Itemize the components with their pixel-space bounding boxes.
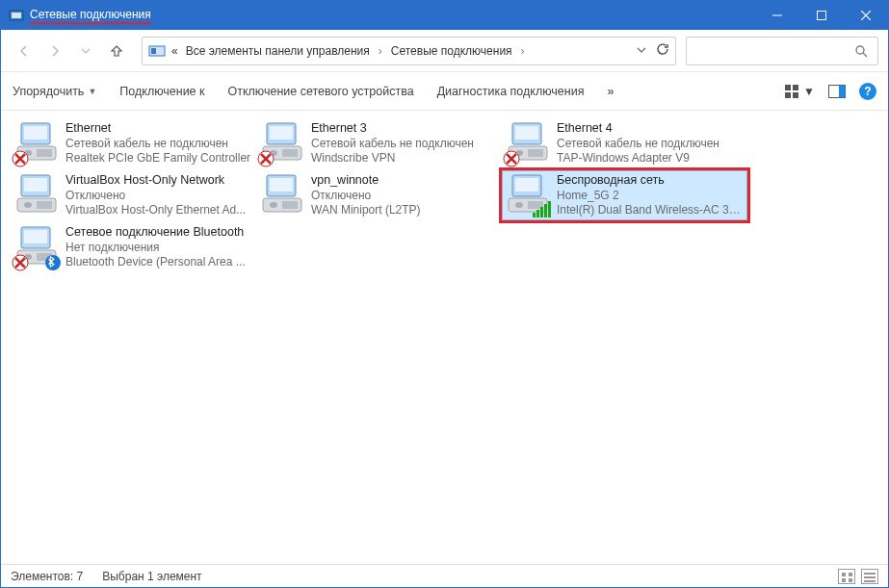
connection-device: VirtualBox Host-Only Ethernet Ad... bbox=[65, 203, 246, 217]
chevron-right-icon[interactable]: › bbox=[376, 44, 385, 58]
connection-status: Сетевой кабель не подключен bbox=[311, 137, 474, 151]
svg-rect-10 bbox=[785, 85, 791, 90]
connection-status: Нет подключения bbox=[65, 241, 246, 255]
svg-rect-13 bbox=[793, 92, 798, 98]
connection-item-ethernet3[interactable]: Ethernet 3Сетевой кабель не подключенWin… bbox=[256, 118, 502, 168]
svg-line-9 bbox=[863, 53, 867, 57]
svg-rect-15 bbox=[839, 85, 846, 97]
titlebar: Сетевые подключения bbox=[1, 1, 888, 30]
connection-device: Bluetooth Device (Personal Area ... bbox=[65, 255, 246, 269]
history-dropdown-button[interactable] bbox=[637, 44, 646, 58]
connection-item-ethernet4[interactable]: Ethernet 4Сетевой кабель не подключенTAP… bbox=[502, 118, 747, 168]
connection-device: WAN Miniport (L2TP) bbox=[311, 203, 421, 217]
search-input[interactable] bbox=[686, 37, 878, 65]
network-adapter-icon bbox=[15, 121, 60, 166]
connection-item-wifi[interactable]: Беспроводная сетьHome_5G 2Intel(R) Dual … bbox=[502, 170, 747, 220]
connection-item-bt[interactable]: Сетевое подключение BluetoothНет подключ… bbox=[11, 222, 256, 272]
breadcrumb-item[interactable]: Сетевые подключения bbox=[389, 44, 514, 58]
network-adapter-icon bbox=[507, 173, 551, 217]
window-icon bbox=[9, 8, 24, 23]
chevron-right-icon[interactable]: › bbox=[518, 44, 528, 58]
svg-rect-3 bbox=[818, 12, 826, 20]
connect-to-button[interactable]: Подключение к bbox=[119, 85, 204, 98]
command-bar: Упорядочить▼ Подключение к Отключение се… bbox=[1, 72, 888, 111]
overflow-button[interactable]: » bbox=[607, 85, 614, 98]
organize-button[interactable]: Упорядочить▼ bbox=[13, 85, 96, 98]
help-button[interactable]: ? bbox=[859, 83, 876, 100]
connection-name: Сетевое подключение Bluetooth bbox=[65, 225, 246, 241]
connection-device: Intel(R) Dual Band Wireless-AC 31... bbox=[557, 203, 741, 217]
network-adapter-icon bbox=[261, 173, 305, 217]
connection-status: Отключено bbox=[65, 189, 246, 203]
connection-device: Windscribe VPN bbox=[311, 151, 474, 166]
item-count-label: Элементов: 7 bbox=[11, 570, 83, 583]
connection-item-ethernet[interactable]: EthernetСетевой кабель не подключенRealt… bbox=[11, 118, 256, 168]
breadcrumb-item[interactable]: Все элементы панели управления bbox=[184, 44, 372, 58]
network-adapter-icon bbox=[15, 173, 60, 217]
window-title: Сетевые подключения bbox=[30, 8, 151, 24]
forward-button[interactable] bbox=[41, 38, 68, 64]
network-adapter-icon bbox=[261, 121, 305, 166]
layout-details-button[interactable] bbox=[861, 569, 878, 584]
svg-point-8 bbox=[856, 46, 864, 54]
wifi-signal-icon bbox=[533, 201, 551, 217]
svg-rect-7 bbox=[151, 48, 156, 54]
connection-name: Ethernet 4 bbox=[557, 121, 719, 137]
connection-name: Ethernet bbox=[65, 121, 250, 137]
bluetooth-overlay-icon bbox=[44, 254, 62, 271]
connection-item-vbox[interactable]: VirtualBox Host-Only NetworkОтключеноVir… bbox=[11, 170, 256, 220]
connection-item-vpn[interactable]: vpn_winnoteОтключеноWAN Miniport (L2TP) bbox=[256, 170, 502, 220]
disconnected-overlay-icon bbox=[12, 254, 29, 271]
recent-locations-button[interactable] bbox=[72, 38, 99, 64]
connection-name: Беспроводная сеть bbox=[557, 173, 741, 189]
connection-name: VirtualBox Host-Only Network bbox=[65, 173, 246, 189]
close-button[interactable] bbox=[844, 1, 888, 30]
status-bar: Элементов: 7 Выбран 1 элемент bbox=[1, 564, 888, 587]
up-button[interactable] bbox=[103, 38, 130, 64]
nav-row: « Все элементы панели управления › Сетев… bbox=[1, 30, 888, 72]
network-adapter-icon bbox=[15, 225, 60, 269]
disconnected-overlay-icon bbox=[12, 150, 29, 167]
breadcrumb-prefix: « bbox=[170, 44, 180, 58]
minimize-button[interactable] bbox=[755, 1, 799, 30]
refresh-button[interactable] bbox=[656, 42, 669, 59]
back-button[interactable] bbox=[11, 38, 38, 64]
connection-status: Сетевой кабель не подключен bbox=[557, 137, 719, 151]
diagnose-button[interactable]: Диагностика подключения bbox=[437, 85, 585, 98]
svg-rect-11 bbox=[793, 85, 798, 90]
layout-thumbnails-button[interactable] bbox=[838, 569, 855, 584]
disconnected-overlay-icon bbox=[503, 150, 520, 167]
connection-status: Отключено bbox=[311, 189, 421, 203]
selection-count-label: Выбран 1 элемент bbox=[102, 570, 201, 583]
disconnected-overlay-icon bbox=[257, 150, 275, 167]
connection-device: Realtek PCIe GbE Family Controller bbox=[65, 151, 250, 166]
control-panel-icon bbox=[148, 42, 166, 60]
disable-device-button[interactable]: Отключение сетевого устройства bbox=[228, 85, 414, 98]
connection-status: Сетевой кабель не подключен bbox=[65, 137, 250, 151]
svg-rect-12 bbox=[785, 92, 791, 98]
network-adapter-icon bbox=[507, 121, 551, 166]
search-icon bbox=[854, 44, 868, 58]
maximize-button[interactable] bbox=[799, 1, 844, 30]
connection-name: vpn_winnote bbox=[311, 173, 421, 189]
address-bar[interactable]: « Все элементы панели управления › Сетев… bbox=[142, 37, 676, 65]
svg-rect-1 bbox=[12, 13, 21, 18]
connection-name: Ethernet 3 bbox=[311, 121, 474, 137]
preview-pane-button[interactable] bbox=[828, 85, 846, 98]
content-area[interactable]: EthernetСетевой кабель не подключенRealt… bbox=[1, 111, 888, 564]
connection-status: Home_5G 2 bbox=[557, 189, 741, 203]
view-options-button[interactable]: ▼ bbox=[785, 85, 815, 98]
connection-device: TAP-Windows Adapter V9 bbox=[557, 151, 719, 166]
